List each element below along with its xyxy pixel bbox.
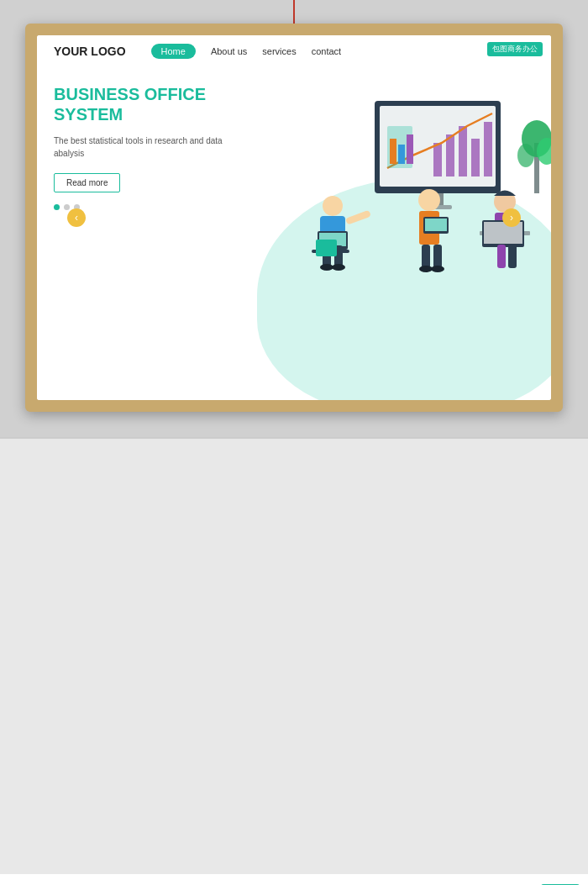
svg-rect-2 [433, 143, 442, 176]
svg-rect-38 [316, 240, 337, 256]
svg-rect-37 [508, 245, 517, 268]
svg-rect-6 [484, 122, 492, 176]
nav-services[interactable]: services [262, 46, 296, 56]
svg-point-20 [320, 264, 333, 271]
svg-point-23 [418, 189, 440, 211]
svg-rect-28 [433, 245, 442, 268]
bottom-section: UR LOGO Home About us services contact 包… [0, 874, 588, 885]
svg-rect-10 [407, 134, 413, 164]
hero-title: BUSINESS OFFICESYSTEM [54, 84, 236, 124]
dot-2[interactable] [64, 204, 70, 210]
hang-string [293, 0, 295, 25]
hero-illustration [243, 67, 551, 397]
svg-rect-4 [459, 126, 467, 176]
prev-slide-button[interactable]: ‹ [67, 208, 86, 227]
svg-rect-5 [471, 139, 480, 176]
nav-home[interactable]: Home [151, 44, 196, 59]
svg-rect-3 [446, 134, 454, 176]
next-slide-button[interactable]: › [502, 208, 521, 227]
frame-section: ‹ › YOUR LOGO Home About us services con… [0, 0, 588, 437]
svg-point-29 [419, 266, 433, 272]
section-divider [0, 437, 588, 439]
nav-bar: YOUR LOGO Home About us services contact… [37, 35, 551, 67]
nav-about[interactable]: About us [211, 46, 247, 56]
svg-rect-8 [390, 139, 396, 164]
svg-point-42 [517, 144, 534, 167]
svg-point-13 [323, 196, 343, 216]
wood-frame: ‹ › YOUR LOGO Home About us services con… [25, 24, 563, 412]
hero-left: BUSINESS OFFICESYSTEM The best statistic… [37, 67, 253, 397]
nav-badge: 包图商务办公 [487, 42, 543, 56]
website-mockup: YOUR LOGO Home About us services contact… [37, 35, 551, 400]
bottom-illustration-svg [252, 874, 588, 885]
nav-contact[interactable]: contact [312, 46, 341, 56]
nav-links: Home About us services contact [151, 44, 342, 59]
dot-1[interactable] [54, 204, 60, 210]
wood-frame-inner: ‹ › YOUR LOGO Home About us services con… [37, 35, 551, 400]
hero-area: BUSINESS OFFICESYSTEM The best statistic… [37, 67, 551, 397]
svg-rect-26 [425, 219, 447, 231]
hero-subtitle: The best statistical tools in research a… [54, 134, 236, 160]
svg-rect-22 [345, 210, 371, 225]
logo: YOUR LOGO [54, 45, 126, 58]
svg-point-30 [431, 266, 444, 272]
illustration-svg [265, 76, 551, 277]
read-more-button[interactable]: Read more [54, 173, 120, 192]
svg-rect-9 [398, 145, 405, 164]
svg-point-21 [332, 264, 345, 271]
svg-rect-36 [497, 245, 506, 268]
svg-rect-27 [422, 245, 430, 268]
